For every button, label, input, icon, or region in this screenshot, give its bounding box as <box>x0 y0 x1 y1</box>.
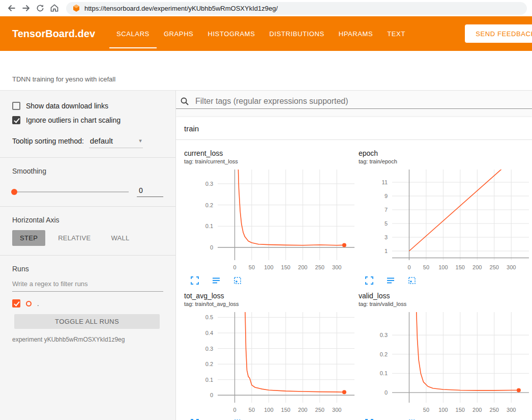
axis-buttons: STEPRELATIVEWALL <box>12 230 163 246</box>
svg-text:150: 150 <box>281 407 290 413</box>
svg-text:0: 0 <box>210 244 213 250</box>
train-section-card: train current_loss tag: train/current_lo… <box>176 117 532 420</box>
svg-text:0.1: 0.1 <box>205 377 213 383</box>
tooltip-sorting-value: default <box>90 136 113 145</box>
smoothing-slider[interactable] <box>12 191 129 192</box>
svg-text:0.1: 0.1 <box>205 223 213 229</box>
tab-hparams[interactable]: HPARAMS <box>332 16 380 51</box>
divider <box>0 255 175 256</box>
experiment-title: TDNN training for yesno with icefall <box>12 75 115 83</box>
menu-lines-icon[interactable] <box>212 276 221 286</box>
nav-tabs: SCALARSGRAPHSHISTOGRAMSDISTRIBUTIONSHPAR… <box>109 16 412 51</box>
caret-down-icon: ▾ <box>139 137 142 144</box>
line-chart[interactable]: 5010015020025030000.10.20.3 <box>359 310 530 417</box>
train-section-header[interactable]: train <box>176 117 532 140</box>
axis-wall-button[interactable]: WALL <box>103 230 137 246</box>
svg-text:0: 0 <box>233 264 236 270</box>
tab-text[interactable]: TEXT <box>380 16 412 51</box>
svg-text:0.2: 0.2 <box>380 351 388 357</box>
svg-text:0: 0 <box>210 392 213 398</box>
svg-text:50: 50 <box>423 407 429 413</box>
tooltip-sorting-label: Tooltip sorting method: <box>12 137 84 145</box>
line-chart[interactable]: 05010015020025030000.10.20.3 <box>184 167 356 274</box>
chart-tag: tag: train/current_loss <box>184 158 356 164</box>
fit-domain-icon[interactable] <box>407 276 417 286</box>
chart-title: current_loss <box>184 149 356 157</box>
tab-distributions[interactable]: DISTRIBUTIONS <box>262 16 332 51</box>
menu-lines-icon[interactable] <box>386 276 395 286</box>
back-button[interactable] <box>5 2 18 15</box>
runs-filter-input[interactable] <box>12 276 163 292</box>
fit-domain-icon[interactable] <box>233 276 242 286</box>
svg-text:0.5: 0.5 <box>205 314 213 320</box>
svg-text:0.1: 0.1 <box>380 370 388 376</box>
tooltip-sorting-select[interactable]: default ▾ <box>89 136 143 148</box>
brand-title[interactable]: TensorBoard.dev <box>12 16 95 51</box>
ignore-outliers-label: Ignore outliers in chart scaling <box>26 116 121 124</box>
run-checkbox[interactable] <box>12 299 20 307</box>
app-header: TensorBoard.dev SCALARSGRAPHSHISTOGRAMSD… <box>0 16 532 51</box>
expand-icon[interactable] <box>365 276 374 286</box>
svg-text:250: 250 <box>315 407 324 413</box>
svg-text:100: 100 <box>264 264 273 270</box>
run-row[interactable]: . <box>12 298 163 309</box>
chart-card-tot-avg-loss: tot_avg_loss tag: train/tot_avg_loss 050… <box>184 292 356 420</box>
chart-card-valid-loss: valid_loss tag: train/valid_loss 5010015… <box>359 292 530 420</box>
search-icon <box>180 97 189 106</box>
chart-card-epoch: epoch tag: train/epoch 05010015020025030… <box>359 149 530 286</box>
address-bar[interactable]: https://tensorboard.dev/experiment/yKUbh… <box>66 2 527 15</box>
smoothing-label: Smoothing <box>12 167 163 175</box>
run-color-icon[interactable] <box>26 301 32 306</box>
chart-title: valid_loss <box>359 292 530 300</box>
svg-text:0.2: 0.2 <box>205 202 213 208</box>
svg-text:300: 300 <box>507 407 516 413</box>
svg-text:0: 0 <box>407 264 410 270</box>
show-download-links-checkbox[interactable] <box>12 102 20 110</box>
tag-filter-input[interactable] <box>194 96 532 106</box>
svg-text:11: 11 <box>382 179 388 185</box>
svg-text:250: 250 <box>490 407 499 413</box>
settings-sidebar: Show data download links Ignore outliers… <box>0 91 176 420</box>
home-icon <box>49 3 60 13</box>
tab-histograms[interactable]: HISTOGRAMS <box>200 16 262 51</box>
svg-text:300: 300 <box>332 407 341 413</box>
svg-text:1: 1 <box>385 248 388 254</box>
svg-text:100: 100 <box>438 264 448 270</box>
svg-text:200: 200 <box>298 407 307 413</box>
svg-text:0: 0 <box>233 407 236 413</box>
tag-filter-row <box>176 94 532 109</box>
run-name: . <box>37 300 39 307</box>
svg-text:0.4: 0.4 <box>205 330 213 336</box>
svg-text:0.2: 0.2 <box>205 361 213 367</box>
svg-text:9: 9 <box>385 193 388 199</box>
home-button[interactable] <box>48 2 61 15</box>
expand-icon[interactable] <box>190 276 199 286</box>
toggle-all-runs-button[interactable]: TOGGLE ALL RUNS <box>14 314 160 329</box>
show-download-links-checkbox-row[interactable]: Show data download links <box>12 99 163 113</box>
chart-tag: tag: train/valid_loss <box>359 301 530 307</box>
reload-button[interactable] <box>34 2 47 15</box>
smoothing-slider-thumb[interactable] <box>11 189 17 195</box>
svg-text:200: 200 <box>472 264 482 270</box>
svg-text:150: 150 <box>456 264 465 270</box>
back-icon <box>7 3 17 13</box>
forward-icon <box>21 3 31 13</box>
svg-text:50: 50 <box>423 264 429 270</box>
send-feedback-button[interactable]: SEND FEEDBACK <box>465 24 532 43</box>
svg-text:300: 300 <box>507 264 516 270</box>
experiment-title-bar: TDNN training for yesno with icefall <box>0 51 532 91</box>
svg-text:7: 7 <box>385 207 388 213</box>
ignore-outliers-checkbox-row[interactable]: Ignore outliers in chart scaling <box>12 113 163 127</box>
axis-step-button[interactable]: STEP <box>12 230 45 246</box>
ignore-outliers-checkbox[interactable] <box>12 116 20 124</box>
line-chart[interactable]: 05010015020025030000.10.20.30.40.5 <box>184 310 356 417</box>
forward-button[interactable] <box>19 2 33 15</box>
runs-label: Runs <box>12 265 163 273</box>
tab-graphs[interactable]: GRAPHS <box>157 16 201 51</box>
smoothing-value-input[interactable]: 0 <box>137 186 163 197</box>
tab-scalars[interactable]: SCALARS <box>109 16 157 51</box>
line-chart[interactable]: 0501001502002503001357911 <box>359 167 530 274</box>
axis-relative-button[interactable]: RELATIVE <box>50 230 98 246</box>
horizontal-axis-label: Horizontal Axis <box>12 216 163 224</box>
chart-card-current-loss: current_loss tag: train/current_loss 050… <box>184 149 356 286</box>
